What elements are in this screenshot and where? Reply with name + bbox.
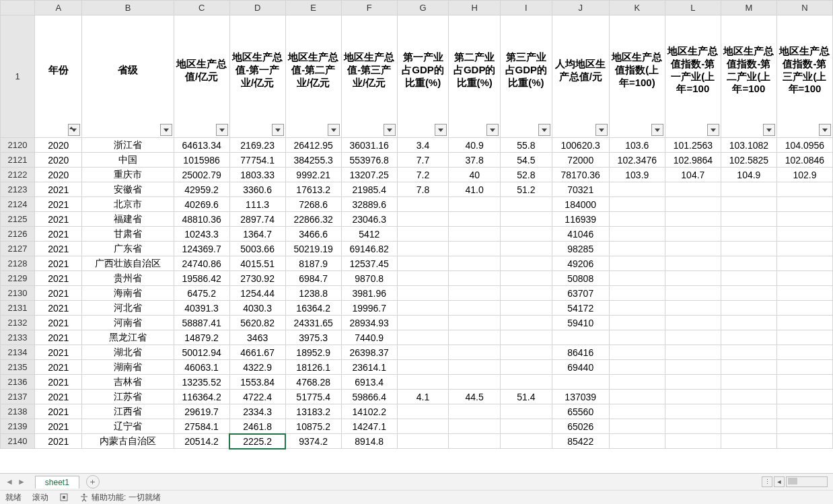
cell-L2122[interactable]: 104.7 bbox=[665, 168, 721, 182]
cell-L2140[interactable] bbox=[665, 434, 721, 449]
cell-E2121[interactable]: 384255.3 bbox=[285, 153, 341, 168]
sheet-nav-prev-icon[interactable]: ◄ bbox=[5, 477, 13, 487]
cell-E2140[interactable]: 9374.2 bbox=[285, 434, 341, 449]
cell-F2128[interactable]: 12537.45 bbox=[341, 256, 397, 271]
cell-F2134[interactable]: 26398.37 bbox=[341, 345, 397, 360]
cell-C2124[interactable]: 40269.6 bbox=[174, 197, 229, 212]
cell-K2138[interactable] bbox=[609, 404, 665, 419]
cell-H2136[interactable] bbox=[449, 375, 501, 390]
row-header-2137[interactable]: 2137 bbox=[1, 390, 35, 404]
cell-K2120[interactable]: 103.6 bbox=[609, 138, 665, 153]
cell-L2135[interactable] bbox=[665, 360, 721, 375]
cell-D2136[interactable]: 1553.84 bbox=[229, 375, 285, 390]
cell-C2134[interactable]: 50012.94 bbox=[174, 345, 229, 360]
row-header-2138[interactable]: 2138 bbox=[1, 404, 35, 419]
cell-D2123[interactable]: 3360.6 bbox=[229, 182, 285, 197]
cell-N2138[interactable] bbox=[776, 404, 832, 419]
row-header-2140[interactable]: 2140 bbox=[1, 434, 35, 449]
row-header-2135[interactable]: 2135 bbox=[1, 360, 35, 375]
cell-D2132[interactable]: 5620.82 bbox=[229, 316, 285, 330]
cell-I2136[interactable] bbox=[501, 375, 552, 390]
cell-B2121[interactable]: 中国 bbox=[82, 153, 174, 168]
column-header-B[interactable]: B bbox=[82, 1, 174, 15]
cell-A2126[interactable]: 2021 bbox=[35, 227, 82, 242]
cell-C2123[interactable]: 42959.2 bbox=[174, 182, 229, 197]
cell-H2125[interactable] bbox=[449, 212, 501, 227]
field-header-B[interactable]: 省级 bbox=[82, 15, 174, 138]
cell-B2123[interactable]: 安徽省 bbox=[82, 182, 174, 197]
cell-B2137[interactable]: 江苏省 bbox=[82, 390, 174, 404]
cell-F2137[interactable]: 59866.4 bbox=[341, 390, 397, 404]
cell-I2134[interactable] bbox=[501, 345, 552, 360]
cell-N2126[interactable] bbox=[776, 227, 832, 242]
field-header-E[interactable]: 地区生产总值-第二产业/亿元 bbox=[285, 15, 341, 138]
cell-G2122[interactable]: 7.2 bbox=[397, 168, 449, 182]
cell-F2121[interactable]: 553976.8 bbox=[341, 153, 397, 168]
row-header-1[interactable]: 1 bbox=[1, 15, 35, 138]
cell-K2137[interactable] bbox=[609, 390, 665, 404]
column-header-M[interactable]: M bbox=[721, 1, 776, 15]
cell-N2131[interactable] bbox=[776, 301, 832, 316]
cell-A2122[interactable]: 2020 bbox=[35, 168, 82, 182]
cell-C2129[interactable]: 19586.42 bbox=[174, 271, 229, 286]
cell-A2129[interactable]: 2021 bbox=[35, 271, 82, 286]
cell-B2126[interactable]: 甘肃省 bbox=[82, 227, 174, 242]
cell-C2131[interactable]: 40391.3 bbox=[174, 301, 229, 316]
field-header-D[interactable]: 地区生产总值-第一产业/亿元 bbox=[229, 15, 285, 138]
column-header-H[interactable]: H bbox=[449, 1, 501, 15]
column-header-J[interactable]: J bbox=[552, 1, 609, 15]
cell-E2132[interactable]: 24331.65 bbox=[285, 316, 341, 330]
cell-M2134[interactable] bbox=[721, 345, 776, 360]
cell-A2127[interactable]: 2021 bbox=[35, 242, 82, 256]
cell-N2137[interactable] bbox=[776, 390, 832, 404]
cell-L2121[interactable]: 102.9864 bbox=[665, 153, 721, 168]
cell-L2138[interactable] bbox=[665, 404, 721, 419]
cell-J2138[interactable]: 65560 bbox=[552, 404, 609, 419]
cell-B2132[interactable]: 河南省 bbox=[82, 316, 174, 330]
cell-J2121[interactable]: 72000 bbox=[552, 153, 609, 168]
row-header-2136[interactable]: 2136 bbox=[1, 375, 35, 390]
cell-B2128[interactable]: 广西壮族自治区 bbox=[82, 256, 174, 271]
cell-K2131[interactable] bbox=[609, 301, 665, 316]
field-header-N[interactable]: 地区生产总值指数-第三产业(上年=100 bbox=[776, 15, 832, 138]
cell-G2125[interactable] bbox=[397, 212, 449, 227]
cell-N2139[interactable] bbox=[776, 419, 832, 434]
cell-F2133[interactable]: 7440.9 bbox=[341, 330, 397, 345]
cell-L2129[interactable] bbox=[665, 271, 721, 286]
cell-I2127[interactable] bbox=[501, 242, 552, 256]
filter-dropdown-I[interactable] bbox=[538, 124, 550, 136]
cell-D2137[interactable]: 4722.4 bbox=[229, 390, 285, 404]
cell-J2134[interactable]: 86416 bbox=[552, 345, 609, 360]
cell-E2129[interactable]: 6984.7 bbox=[285, 271, 341, 286]
cell-I2129[interactable] bbox=[501, 271, 552, 286]
cell-N2136[interactable] bbox=[776, 375, 832, 390]
cell-M2129[interactable] bbox=[721, 271, 776, 286]
cell-H2122[interactable]: 40 bbox=[449, 168, 501, 182]
cell-E2124[interactable]: 7268.6 bbox=[285, 197, 341, 212]
cell-K2136[interactable] bbox=[609, 375, 665, 390]
cell-I2125[interactable] bbox=[501, 212, 552, 227]
cell-K2121[interactable]: 102.3476 bbox=[609, 153, 665, 168]
cell-D2124[interactable]: 111.3 bbox=[229, 197, 285, 212]
cell-K2133[interactable] bbox=[609, 330, 665, 345]
cell-E2122[interactable]: 9992.21 bbox=[285, 168, 341, 182]
field-header-L[interactable]: 地区生产总值指数-第一产业(上年=100 bbox=[665, 15, 721, 138]
select-all-corner[interactable] bbox=[1, 1, 35, 15]
cell-B2136[interactable]: 吉林省 bbox=[82, 375, 174, 390]
spreadsheet-grid[interactable]: ABCDEFGHIJKLMN1年份省级地区生产总值/亿元地区生产总值-第一产业/… bbox=[0, 0, 833, 473]
cell-L2130[interactable] bbox=[665, 286, 721, 301]
cell-A2121[interactable]: 2020 bbox=[35, 153, 82, 168]
cell-B2122[interactable]: 重庆市 bbox=[82, 168, 174, 182]
cell-M2139[interactable] bbox=[721, 419, 776, 434]
cell-G2123[interactable]: 7.8 bbox=[397, 182, 449, 197]
row-header-2133[interactable]: 2133 bbox=[1, 330, 35, 345]
cell-K2128[interactable] bbox=[609, 256, 665, 271]
cell-H2131[interactable] bbox=[449, 301, 501, 316]
cell-J2128[interactable]: 49206 bbox=[552, 256, 609, 271]
field-header-C[interactable]: 地区生产总值/亿元 bbox=[174, 15, 229, 138]
cell-F2124[interactable]: 32889.6 bbox=[341, 197, 397, 212]
cell-F2135[interactable]: 23614.1 bbox=[341, 360, 397, 375]
column-header-N[interactable]: N bbox=[776, 1, 832, 15]
cell-H2129[interactable] bbox=[449, 271, 501, 286]
cell-C2138[interactable]: 29619.7 bbox=[174, 404, 229, 419]
